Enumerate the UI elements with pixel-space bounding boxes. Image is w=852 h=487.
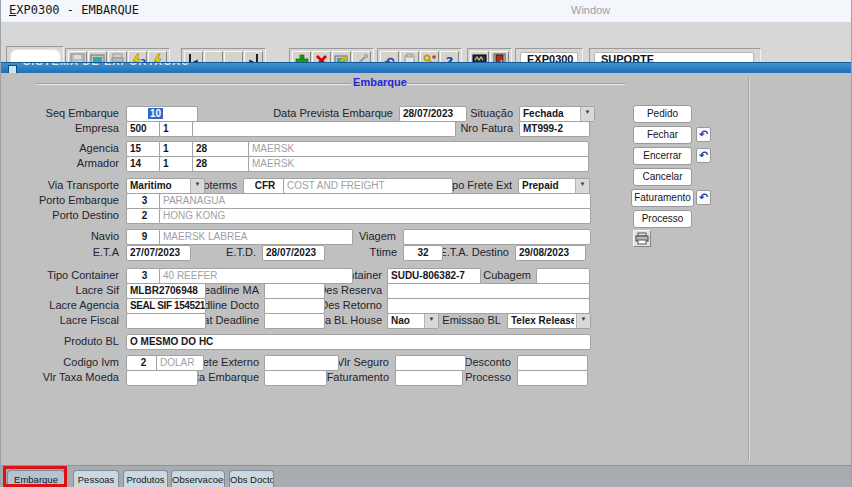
lacre-agencia-field[interactable]: SEAL SIF 154521/SIF (126, 298, 206, 314)
agencia-label: Agencia (79, 141, 119, 156)
seq-embarque-label: Seq Embarque (46, 106, 119, 121)
empresa-desc-field[interactable] (192, 121, 456, 137)
des-reserva-field[interactable] (387, 283, 590, 299)
emissao-bl-value: Telex Release (511, 314, 574, 328)
emissao-bl-dropdown[interactable]: Telex Release (507, 313, 591, 329)
des-retorno-field[interactable] (387, 298, 590, 314)
aceita-bl-house-value: Nao (391, 314, 422, 328)
produto-bl-field[interactable]: O MESMO DO HC (126, 334, 591, 350)
dropdown-arrow-icon[interactable] (575, 179, 589, 193)
nro-fatura-label: Nro Fatura (460, 121, 513, 136)
via-transporte-dropdown[interactable]: Maritimo (126, 178, 205, 194)
print-embarque-button[interactable] (633, 230, 651, 247)
viagem-field[interactable] (403, 229, 591, 245)
groupbox-line-right (407, 83, 625, 85)
navio-desc-field: MAERSK LABREA (159, 229, 353, 245)
armador-field-2[interactable]: 1 (159, 156, 196, 172)
bottom-tab-bar: Embarque Pessoas Produtos Observacoes Ob… (1, 465, 852, 487)
tab-pessoas[interactable]: Pessoas (73, 470, 119, 487)
deadline-docto-field[interactable] (264, 298, 325, 314)
qtd-cubagem-field[interactable] (536, 268, 590, 284)
dropdown-arrow-icon[interactable] (424, 314, 438, 328)
tab-obs-docto[interactable]: Obs Docto (229, 470, 274, 487)
lacre-fiscal-label: Lacre Fiscal (60, 313, 119, 328)
faturamento-button[interactable]: Faturamento (631, 189, 694, 207)
empresa-field-1[interactable]: 500 (126, 121, 163, 137)
lacre-fiscal-field[interactable] (126, 313, 206, 329)
tipo-frete-ext-dropdown[interactable]: Prepaid (518, 178, 590, 194)
etd-field[interactable]: 28/07/2023 (262, 245, 325, 261)
eta-destino-label: E.T.A. Destino (439, 245, 509, 260)
porto-destino-label: Porto Destino (52, 208, 119, 223)
empresa-field-2[interactable]: 1 (159, 121, 196, 137)
menu-bar: EXP0300 - EMBARQUE Window (1, 0, 852, 22)
nro-fatura-field[interactable]: MT999-2 (519, 121, 590, 137)
vlr-seguro-field[interactable] (395, 355, 466, 371)
aceita-bl-house-dropdown[interactable]: Nao (387, 313, 439, 329)
via-transporte-label: Via Transporte (48, 178, 119, 193)
processo-label: Processo (465, 370, 511, 385)
agencia-field-1[interactable]: 15 (126, 141, 163, 157)
vlr-frete-externo-field[interactable] (264, 355, 339, 371)
navio-field[interactable]: 9 (126, 229, 163, 245)
armador-label: Armador (77, 156, 119, 171)
cancelar-button[interactable]: Cancelar (633, 168, 692, 186)
eta-field[interactable]: 27/07/2023 (126, 245, 191, 261)
viagem-label: Viagem (359, 229, 396, 244)
dropdown-arrow-icon[interactable] (576, 314, 590, 328)
lacre-sif-field[interactable]: MLBR2706948 (126, 283, 206, 299)
processo-button[interactable]: Processo (633, 210, 692, 228)
produto-bl-label: Produto BL (64, 334, 119, 349)
groupbox-title: Embarque (353, 76, 407, 88)
seq-embarque-field[interactable]: 10 (126, 106, 198, 122)
situacao-value: Fechada (523, 107, 578, 121)
etd-label: E.T.D. (226, 245, 256, 260)
vlr-desconto-field[interactable] (517, 355, 588, 371)
ttime-label: Ttime (370, 245, 398, 260)
tipo-container-desc-field: 40 REEFER (159, 268, 353, 284)
incoterms-code-field[interactable]: CFR (243, 178, 287, 194)
data-embarque-field[interactable] (264, 370, 327, 386)
armador-field-3[interactable]: 28 (192, 156, 252, 172)
agencia-field-2[interactable]: 1 (159, 141, 196, 157)
processo-field[interactable] (517, 370, 588, 386)
des-reserva-label: Des Reserva (318, 283, 382, 298)
tipo-frete-ext-label: Tipo Frete Ext (443, 178, 512, 193)
situacao-dropdown[interactable]: Fechada (519, 106, 595, 122)
porto-destino-desc-field: HONG KONG (159, 208, 591, 224)
fechar-button[interactable]: Fechar (633, 126, 692, 144)
agencia-field-3[interactable]: 28 (192, 141, 252, 157)
undo-fechar-button[interactable] (696, 127, 711, 142)
dropdown-arrow-icon[interactable] (580, 107, 594, 121)
tipo-container-label: Tipo Container (47, 268, 119, 283)
tab-produtos[interactable]: Produtos (123, 470, 168, 487)
empresa-label: Empresa (75, 121, 119, 136)
encerrar-button[interactable]: Encerrar (633, 147, 692, 165)
undo-encerrar-button[interactable] (696, 148, 711, 163)
porto-embarque-field[interactable]: 3 (126, 193, 163, 209)
armador-field-1[interactable]: 14 (126, 156, 163, 172)
ttime-field[interactable]: 32 (403, 245, 443, 261)
porto-embarque-desc-field: PARANAGUA (159, 193, 591, 209)
eta-destino-field[interactable]: 29/08/2023 (515, 245, 586, 261)
dat-deadline-ma-field[interactable] (264, 283, 325, 299)
tipo-container-field[interactable]: 3 (126, 268, 163, 284)
groupbox-line-left (37, 83, 351, 85)
dropdown-arrow-icon[interactable] (190, 179, 204, 193)
vlr-taxa-moeda-field[interactable] (126, 370, 198, 386)
menu-item-window[interactable]: Window (571, 4, 610, 16)
lacre-agencia-label: Lacre Agencia (49, 298, 119, 313)
printer-icon (635, 232, 649, 245)
undo-faturamento-button[interactable] (696, 190, 711, 205)
nro-container-field[interactable]: SUDU-806382-7 (387, 268, 481, 284)
data-prevista-field[interactable]: 28/07/2023 (399, 106, 467, 122)
situacao-label: Situação (470, 106, 513, 121)
lacre-sif-label: Lacre Sif (76, 283, 119, 298)
pedido-button[interactable]: Pedido (633, 105, 692, 123)
tab-observacoes[interactable]: Observacoes (171, 470, 225, 487)
toolbar: EXP0300 SUPORTE (1, 21, 852, 63)
moeda-desc-field: DOLAR (156, 355, 204, 371)
dat-deadline-field[interactable] (264, 313, 325, 329)
porto-destino-field[interactable]: 2 (126, 208, 163, 224)
data-faturamento-field[interactable] (395, 370, 463, 386)
